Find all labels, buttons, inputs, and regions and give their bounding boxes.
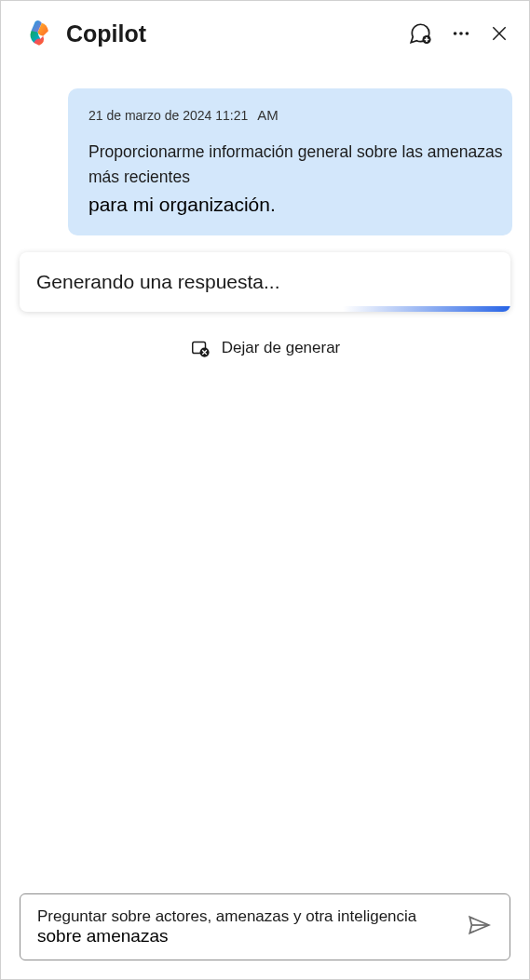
new-chat-icon[interactable] — [408, 21, 432, 46]
message-text-line1: Proporcionarme información general sobre… — [88, 140, 503, 190]
message-text-line2: para mi organización. — [88, 190, 503, 220]
generating-card: Generando una respuesta... — [20, 252, 510, 312]
svg-point-2 — [459, 32, 463, 35]
chat-area: 21 de marzo de 2024 11:21 AM Proporciona… — [1, 62, 529, 877]
message-ampm: AM — [257, 105, 279, 127]
svg-point-1 — [454, 32, 457, 35]
send-button[interactable] — [463, 909, 495, 945]
input-text-wrapper[interactable]: Preguntar sobre actores, amenazas y otra… — [37, 907, 452, 946]
header: Copilot — [1, 1, 529, 62]
copilot-logo-icon — [23, 18, 55, 49]
user-message: 21 de marzo de 2024 11:21 AM Proporciona… — [68, 88, 512, 235]
app-title: Copilot — [66, 20, 397, 47]
generating-text: Generando una respuesta... — [36, 271, 494, 293]
stop-icon — [190, 338, 211, 358]
input-placeholder-line1: Preguntar sobre actores, amenazas y otra… — [37, 907, 452, 926]
close-icon[interactable] — [490, 24, 509, 43]
header-actions — [408, 21, 509, 46]
stop-generating-button[interactable]: Dejar de generar — [18, 338, 512, 358]
message-timestamp: 21 de marzo de 2024 11:21 AM — [88, 105, 503, 127]
input-bar[interactable]: Preguntar sobre actores, amenazas y otra… — [20, 893, 510, 960]
stop-label: Dejar de generar — [222, 339, 341, 357]
svg-point-3 — [466, 32, 469, 35]
message-date: 21 de marzo de 2024 11:21 — [88, 106, 248, 126]
more-icon[interactable] — [451, 23, 471, 44]
input-placeholder-line2: sobre amenazas — [37, 926, 452, 946]
